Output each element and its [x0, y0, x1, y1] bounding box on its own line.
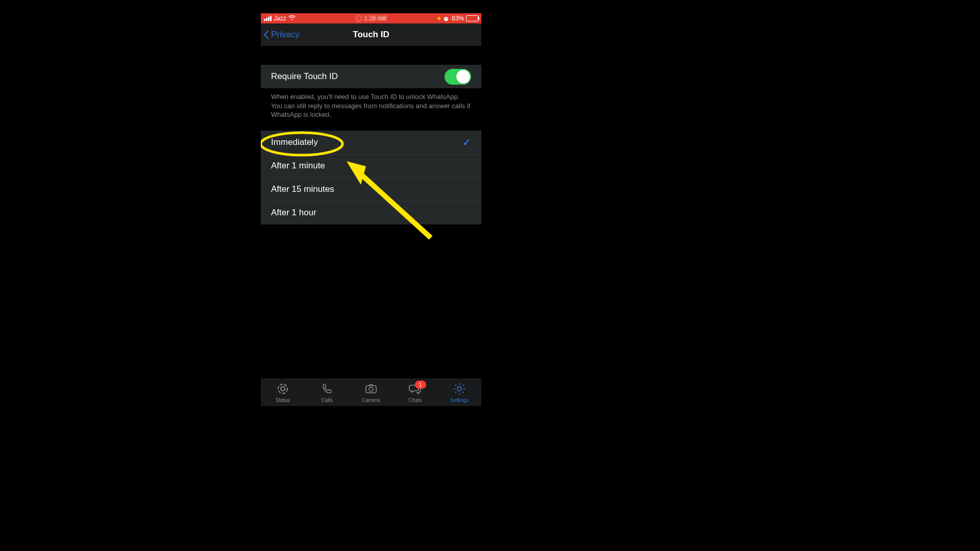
option-after-15-minutes[interactable]: After 15 minutes: [261, 178, 481, 201]
page-title: Touch ID: [353, 30, 389, 40]
time-label: 1:28 AM: [364, 15, 386, 22]
option-label: After 15 minutes: [271, 184, 334, 194]
require-touchid-group: Require Touch ID: [261, 65, 481, 88]
battery-pct-label: 63%: [452, 15, 464, 22]
tab-label: Settings: [450, 397, 469, 403]
back-button[interactable]: Privacy: [261, 30, 300, 40]
require-touchid-label: Require Touch ID: [271, 71, 338, 82]
tab-bar: Status Calls Camera 1 Chats Settings: [261, 378, 481, 406]
checkmark-icon: ✓: [462, 136, 471, 148]
svg-point-3: [369, 387, 373, 391]
battery-icon: [466, 15, 478, 21]
tab-label: Camera: [362, 397, 380, 403]
tab-chats[interactable]: 1 Chats: [393, 379, 437, 406]
option-immediately[interactable]: Immediately ✓: [261, 131, 481, 154]
nav-bar: Privacy Touch ID: [261, 23, 481, 46]
status-right: ⏰ 63%: [437, 15, 478, 22]
svg-point-0: [278, 384, 287, 393]
require-touchid-footer: When enabled, you'll need to use Touch I…: [261, 88, 481, 119]
gear-icon: [453, 382, 466, 396]
toggle-knob: [456, 70, 470, 84]
tab-label: Calls: [321, 397, 332, 403]
option-label: Immediately: [271, 137, 318, 147]
tab-settings[interactable]: Settings: [437, 379, 481, 406]
phone-screen: Jazz 1:28 AM ⏰ 63% Privacy Touch ID Requ…: [261, 13, 481, 406]
status-left: Jazz: [264, 15, 296, 22]
signal-bars-icon: [264, 16, 272, 21]
camera-icon: [364, 382, 378, 396]
chevron-left-icon: [264, 30, 270, 40]
wifi-icon: [288, 15, 296, 22]
option-after-1-minute[interactable]: After 1 minute: [261, 154, 481, 178]
option-after-1-hour[interactable]: After 1 hour: [261, 201, 481, 224]
svg-point-1: [281, 387, 285, 391]
timeout-options-group: Immediately ✓ After 1 minute After 15 mi…: [261, 131, 481, 224]
chats-badge: 1: [415, 381, 426, 389]
require-touchid-toggle[interactable]: [445, 69, 471, 85]
carrier-label: Jazz: [274, 15, 286, 22]
status-time: 1:28 AM: [356, 15, 386, 22]
back-label: Privacy: [271, 30, 300, 40]
tab-calls[interactable]: Calls: [305, 379, 349, 406]
require-touchid-row[interactable]: Require Touch ID: [261, 65, 481, 88]
phone-icon: [321, 382, 334, 396]
record-indicator-icon: [356, 15, 362, 21]
alarm-icon: ⏰: [443, 15, 450, 22]
status-bar: Jazz 1:28 AM ⏰ 63%: [261, 13, 481, 23]
option-label: After 1 hour: [271, 208, 316, 218]
dnd-dot-icon: [437, 17, 440, 20]
tab-camera[interactable]: Camera: [349, 379, 393, 406]
status-icon: [276, 382, 289, 396]
svg-point-4: [457, 387, 461, 391]
tab-label: Chats: [408, 397, 422, 403]
tab-status[interactable]: Status: [261, 379, 305, 406]
option-label: After 1 minute: [271, 161, 325, 171]
svg-rect-2: [366, 386, 376, 393]
tab-label: Status: [276, 397, 290, 403]
